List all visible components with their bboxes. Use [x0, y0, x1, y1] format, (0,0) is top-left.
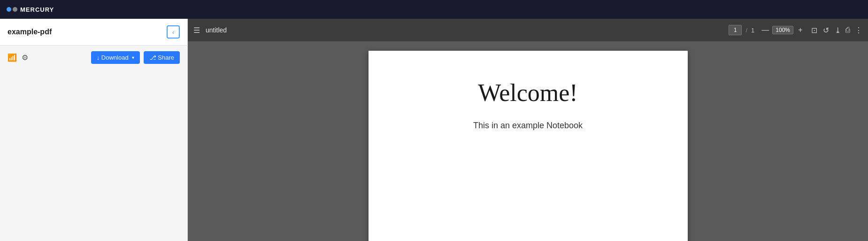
download-label: ↓ Download: [97, 54, 129, 61]
pdf-zoom-controls: — 100% +: [760, 25, 806, 35]
sidebar-actions: ↓ Download ▾ ⎇ Share: [91, 51, 180, 64]
zoom-out-button[interactable]: —: [760, 25, 770, 35]
pdf-zoom-value: 100%: [772, 26, 793, 34]
pdf-more-button[interactable]: ⋮: [855, 26, 862, 35]
pdf-menu-button[interactable]: ☰: [193, 26, 200, 35]
pdf-page-controls: / 1: [729, 25, 754, 35]
sidebar-status-icons: 📶 ⚙: [8, 53, 28, 62]
more-icon: ⋮: [855, 26, 862, 34]
top-nav: MERCURY: [0, 0, 868, 19]
download-icon: ⤓: [835, 26, 841, 34]
logo-icon: [7, 7, 17, 12]
collapse-button[interactable]: ‹: [167, 25, 180, 39]
download-button[interactable]: ↓ Download ▾: [91, 51, 140, 64]
zoom-out-icon: —: [761, 26, 769, 34]
pdf-download-button[interactable]: ⤓: [835, 26, 841, 35]
app-name: MERCURY: [20, 6, 54, 13]
pdf-page-input[interactable]: [729, 25, 742, 35]
zoom-in-icon: +: [798, 26, 802, 34]
zoom-in-button[interactable]: +: [795, 25, 806, 35]
print-icon: ⎙: [845, 26, 850, 34]
main-content: example-pdf ‹ 📶 ⚙ ↓ Download ▾ ⎇ Share: [0, 19, 868, 241]
pdf-print-button[interactable]: ⎙: [845, 26, 850, 34]
pdf-total-pages: 1: [751, 27, 754, 34]
page-separator: /: [745, 27, 747, 34]
settings-icon: ⚙: [22, 53, 28, 62]
sidebar: example-pdf ‹ 📶 ⚙ ↓ Download ▾ ⎇ Share: [0, 19, 188, 241]
sidebar-title: example-pdf: [8, 28, 52, 36]
collapse-icon: ‹: [172, 29, 174, 36]
logo-dot-gray: [13, 7, 17, 12]
pdf-toolbar: ☰ untitled / 1 — 100% + ⊡ ↺: [188, 19, 868, 41]
expand-icon: ⊡: [811, 26, 817, 34]
rotate-icon: ↺: [823, 26, 829, 34]
rotate-button[interactable]: ↺: [823, 26, 829, 35]
pdf-document[interactable]: Welcome! This in an example Notebook: [188, 41, 868, 241]
pdf-toolbar-right: ⤓ ⎙ ⋮: [835, 26, 862, 35]
hamburger-icon: ☰: [193, 26, 200, 34]
sidebar-toolbar: 📶 ⚙ ↓ Download ▾ ⎇ Share: [0, 46, 187, 70]
app-logo: MERCURY: [7, 6, 54, 13]
pdf-body-text: This in an example Notebook: [473, 121, 583, 131]
pdf-heading: Welcome!: [478, 79, 577, 107]
download-caret: ▾: [132, 55, 134, 60]
pdf-page: Welcome! This in an example Notebook: [369, 51, 688, 241]
expand-button[interactable]: ⊡: [811, 26, 817, 35]
wifi-icon: 📶: [8, 53, 17, 62]
logo-dot-blue: [7, 7, 11, 12]
share-label: ⎇ Share: [149, 54, 174, 61]
pdf-viewer: ☰ untitled / 1 — 100% + ⊡ ↺: [188, 19, 868, 241]
pdf-title: untitled: [206, 26, 723, 34]
sidebar-header: example-pdf ‹: [0, 19, 187, 46]
share-button[interactable]: ⎇ Share: [144, 51, 180, 64]
